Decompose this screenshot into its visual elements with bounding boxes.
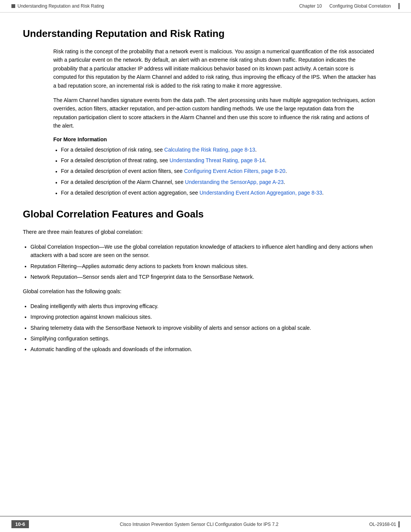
header-left: Understanding Reputation and Risk Rating	[11, 3, 104, 9]
bullet-suffix: .	[322, 190, 323, 196]
bullet-suffix: .	[255, 147, 257, 153]
bullet-prefix: For a detailed description of event acti…	[61, 168, 184, 174]
header-right: Chapter 10 Configuring Global Correlatio…	[299, 3, 400, 9]
for-more-info-box: For More Information For a detailed desc…	[53, 136, 377, 197]
list-item: Improving protection against known malic…	[30, 313, 388, 321]
bullet-prefix: For a detailed description of event acti…	[61, 190, 199, 196]
list-item: For a detailed description of event acti…	[61, 189, 377, 197]
link-event-action-aggregation[interactable]: Understanding Event Action Aggregation, …	[199, 190, 322, 196]
section1-paragraph1: Risk rating is the concept of the probab…	[53, 47, 377, 90]
header-square-icon	[11, 4, 15, 8]
bullet-prefix: For a detailed description of the Alarm …	[61, 179, 185, 185]
list-item: For a detailed description of event acti…	[61, 167, 377, 175]
chapter-title: Configuring Global Correlation	[330, 3, 391, 9]
bullet-suffix: .	[265, 157, 266, 163]
list-item: Sharing telemetry data with the SensorBa…	[30, 324, 388, 332]
header-breadcrumb: Understanding Reputation and Risk Rating	[18, 3, 104, 9]
section2-heading: Global Correlation Features and Goals	[23, 208, 388, 220]
list-item: Dealing intelligently with alerts thus i…	[30, 302, 388, 310]
for-more-info-list: For a detailed description of risk ratin…	[61, 145, 377, 197]
header-bar: Understanding Reputation and Risk Rating…	[0, 0, 411, 13]
section2-intro: There are three main features of global …	[23, 228, 377, 236]
list-item: Automatic handling of the uploads and do…	[30, 345, 388, 353]
list-item: For a detailed description of the Alarm …	[61, 178, 377, 186]
section1-heading: Understanding Reputation and Risk Rating	[23, 28, 388, 40]
bullet-suffix: .	[285, 168, 287, 174]
link-alarm-channel[interactable]: Understanding the SensorApp, page A-23	[185, 179, 284, 185]
goals-list: Dealing intelligently with alerts thus i…	[30, 302, 388, 354]
link-threat-rating[interactable]: Understanding Threat Rating, page 8-14	[170, 157, 265, 163]
footer-right-bar-icon	[398, 521, 400, 527]
header-right-bar-icon	[398, 3, 400, 9]
bullet-prefix: For a detailed description of risk ratin…	[61, 147, 164, 153]
list-item: Global Correlation Inspection—We use the…	[30, 243, 388, 260]
section1-paragraph2: The Alarm Channel handles signature even…	[53, 96, 377, 130]
list-item: For a detailed description of threat rat…	[61, 156, 377, 165]
footer: 10-6 Cisco Intrusion Prevention System S…	[0, 516, 411, 532]
footer-right: OL-29168-01	[369, 521, 400, 527]
link-event-action-filters[interactable]: Configuring Event Action Filters, page 8…	[184, 168, 285, 174]
chapter-label: Chapter 10	[299, 3, 322, 9]
features-list: Global Correlation Inspection—We use the…	[30, 243, 388, 281]
list-item: Network Reputation—Sensor sends alert an…	[30, 273, 388, 281]
list-item: For a detailed description of risk ratin…	[61, 145, 377, 154]
link-risk-rating[interactable]: Calculating the Risk Rating, page 8-13	[164, 147, 255, 153]
page-container: Understanding Reputation and Risk Rating…	[0, 0, 411, 532]
doc-number: OL-29168-01	[369, 522, 396, 527]
main-content: Understanding Reputation and Risk Rating…	[0, 13, 411, 516]
page-number: 10-6	[11, 520, 29, 528]
list-item: Simplifying configuration settings.	[30, 334, 388, 343]
section2-goals-intro: Global correlation has the following goa…	[23, 287, 377, 296]
footer-center-text: Cisco Intrusion Prevention System Sensor…	[37, 522, 362, 527]
bullet-suffix: .	[284, 179, 285, 185]
bullet-prefix: For a detailed description of threat rat…	[61, 157, 170, 163]
for-more-info-title: For More Information	[53, 136, 377, 142]
list-item: Reputation Filtering—Applies automatic d…	[30, 262, 388, 270]
